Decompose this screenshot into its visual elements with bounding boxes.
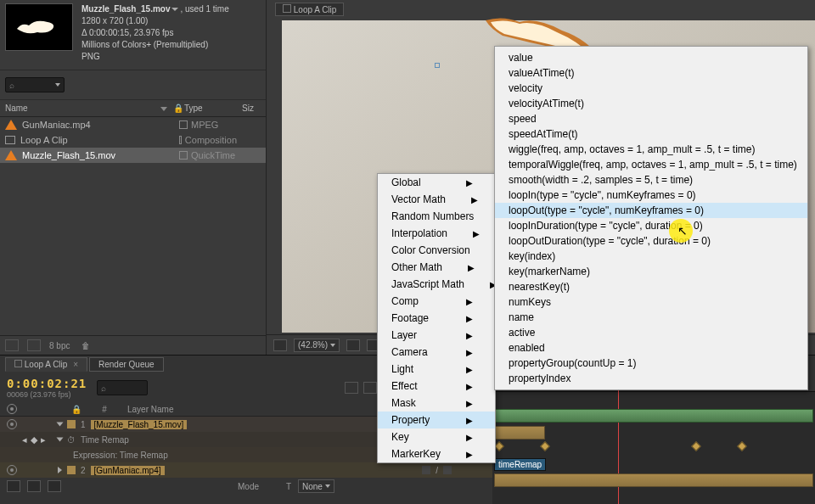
label-swatch[interactable] xyxy=(67,466,76,474)
menu-item-effect[interactable]: Effect▶ xyxy=(378,378,495,395)
menu-item-property[interactable]: Property▶ xyxy=(378,412,495,428)
menu-item-property[interactable]: key(markerName) xyxy=(495,264,807,279)
trash-icon[interactable]: 🗑 xyxy=(82,341,90,350)
menu-item-property[interactable]: numKeys xyxy=(495,294,807,310)
menu-item-interpolation[interactable]: Interpolation▶ xyxy=(378,225,495,242)
menu-item-property[interactable]: speedAtTime(t) xyxy=(495,126,807,142)
col-header-size[interactable]: Siz xyxy=(242,104,261,113)
keyframe[interactable] xyxy=(691,441,700,451)
bpc-toggle[interactable]: 8 bpc xyxy=(49,341,70,350)
eye-column-icon[interactable] xyxy=(7,404,17,414)
layer-name[interactable]: [Muzzle_Flash_15.mov] xyxy=(91,420,188,429)
menu-item-property[interactable]: smooth(width = .2, samples = 5, t = time… xyxy=(495,172,807,188)
menu-item-other-math[interactable]: Other Math▶ xyxy=(378,259,495,276)
layer-handle[interactable] xyxy=(435,63,440,68)
menu-item-property[interactable]: temporalWiggle(freq, amp, octaves = 1, a… xyxy=(495,157,807,172)
twirl-icon[interactable] xyxy=(57,438,64,442)
menu-item-property[interactable]: wiggle(freq, amp, octaves = 1, amp_mult … xyxy=(495,142,807,157)
blend-mode-dropdown[interactable]: None xyxy=(298,479,334,493)
zoom-dropdown[interactable]: (42.8%) xyxy=(294,339,340,352)
keyframe[interactable] xyxy=(737,441,746,451)
new-folder-button[interactable] xyxy=(27,339,41,351)
timeline-tab-comp[interactable]: Loop A Clip × xyxy=(5,357,87,372)
menu-item-key[interactable]: Key▶ xyxy=(378,428,495,445)
menu-item-comp[interactable]: Comp▶ xyxy=(378,293,495,310)
menu-item-property[interactable]: speed xyxy=(495,111,807,126)
menu-item-javascript-math[interactable]: JavaScript Math▶ xyxy=(378,276,495,293)
clip-bar-gunmaniac[interactable] xyxy=(494,473,813,487)
tl-button[interactable] xyxy=(363,382,377,394)
menu-item-property[interactable]: loopOutDuration(type = "cycle", duration… xyxy=(495,233,807,249)
viewer-tab[interactable]: Loop A Clip xyxy=(275,3,344,16)
grid-button[interactable] xyxy=(273,339,287,351)
visibility-toggle[interactable] xyxy=(7,465,17,475)
menu-item-vector-math[interactable]: Vector Math▶ xyxy=(378,191,495,208)
menu-item-random-numbers[interactable]: Random Numbers▶ xyxy=(378,208,495,225)
submenu-arrow-icon: ▶ xyxy=(471,195,478,204)
menu-item-property[interactable]: nearestKey(t) xyxy=(495,279,807,294)
interpret-footage-button[interactable] xyxy=(5,339,19,351)
lock-column-icon[interactable]: 🔒 xyxy=(172,104,184,113)
menu-item-property[interactable]: enabled xyxy=(495,340,807,356)
timeline-tab-renderqueue[interactable]: Render Queue xyxy=(89,357,164,372)
menu-item-property[interactable]: loopIn(type = "cycle", numKeyframes = 0) xyxy=(495,188,807,203)
menu-item-property[interactable]: loopOut(type = "cycle", numKeyframes = 0… xyxy=(495,203,807,218)
menu-item-camera[interactable]: Camera▶ xyxy=(378,344,495,361)
comp-work-area[interactable] xyxy=(494,409,813,423)
menu-item-property[interactable]: velocityAtTime(t) xyxy=(495,96,807,111)
project-search-input[interactable]: ⌕ xyxy=(5,77,65,92)
menu-item-property[interactable]: key(index) xyxy=(495,249,807,264)
menu-item-global[interactable]: Global▶ xyxy=(378,174,495,191)
menu-item-property[interactable]: loopInDuration(type = "cycle", duration … xyxy=(495,218,807,233)
menu-item-property[interactable]: name xyxy=(495,310,807,325)
menu-item-property[interactable]: active xyxy=(495,325,807,340)
menu-item-property[interactable]: valueAtTime(t) xyxy=(495,65,807,81)
tl-button[interactable] xyxy=(345,382,358,394)
expression-property-submenu[interactable]: valuevalueAtTime(t)velocityvelocityAtTim… xyxy=(494,46,808,390)
menu-item-light[interactable]: Light▶ xyxy=(378,361,495,378)
menu-item-footage[interactable]: Footage▶ xyxy=(378,310,495,327)
label-column-icon[interactable] xyxy=(155,104,167,113)
zoom-value: (42.8%) xyxy=(298,340,328,350)
switch-toggle[interactable] xyxy=(7,480,20,492)
layer-name[interactable]: [GunManiac.mp4] xyxy=(91,466,165,475)
stopwatch-icon[interactable]: ⏱ xyxy=(67,435,76,445)
menu-item-label: value xyxy=(509,52,533,64)
switch-toggle[interactable] xyxy=(48,480,61,492)
col-header-type[interactable]: Type xyxy=(184,104,242,113)
source-used: , used 1 time xyxy=(180,3,228,15)
project-item[interactable]: Loop A ClipComposition xyxy=(0,132,266,148)
menu-item-property[interactable]: value xyxy=(495,50,807,65)
menu-item-property[interactable]: propertyGroup(countUp = 1) xyxy=(495,356,807,371)
menu-item-property[interactable]: propertyIndex xyxy=(495,371,807,386)
dropdown-icon[interactable] xyxy=(171,8,178,11)
menu-item-markerkey[interactable]: MarkerKey▶ xyxy=(378,445,495,462)
col-header-name[interactable]: Name xyxy=(5,104,155,113)
chevron-down-icon[interactable] xyxy=(55,83,60,87)
expression-field[interactable]: timeRemap xyxy=(494,458,546,471)
menu-item-layer[interactable]: Layer▶ xyxy=(378,327,495,344)
timeline-search[interactable]: ⌕ xyxy=(97,380,148,395)
visibility-toggle[interactable] xyxy=(7,419,17,429)
twirl-icon[interactable] xyxy=(57,423,64,427)
switch-toggle[interactable] xyxy=(27,480,41,492)
keyframe[interactable] xyxy=(540,441,549,451)
current-time[interactable]: 0:00:02:21 xyxy=(7,377,87,390)
source-thumbnail[interactable] xyxy=(5,3,73,51)
close-icon[interactable]: × xyxy=(73,360,78,369)
resolution-button[interactable] xyxy=(346,339,360,351)
menu-item-label: speed xyxy=(509,113,537,125)
expression-category-menu[interactable]: Global▶Vector Math▶Random Numbers▶Interp… xyxy=(377,173,496,463)
project-item[interactable]: GunManiac.mp4MPEG xyxy=(0,117,266,132)
label-swatch[interactable] xyxy=(67,420,76,428)
menu-item-mask[interactable]: Mask▶ xyxy=(378,395,495,412)
timeline-graph[interactable]: timeRemap xyxy=(492,373,815,504)
project-item[interactable]: Muzzle_Flash_15.movQuickTime xyxy=(0,148,266,163)
source-duration: Δ 0:00:00:15, 23.976 fps xyxy=(82,27,229,39)
clip-bar-muzzle[interactable] xyxy=(494,426,545,440)
twirl-icon[interactable] xyxy=(58,467,62,473)
menu-item-property[interactable]: velocity xyxy=(495,81,807,96)
menu-item-color-conversion[interactable]: Color Conversion▶ xyxy=(378,242,495,259)
keyframe[interactable] xyxy=(494,441,503,451)
source-dimensions: 1280 x 720 (1.00) xyxy=(82,15,229,27)
